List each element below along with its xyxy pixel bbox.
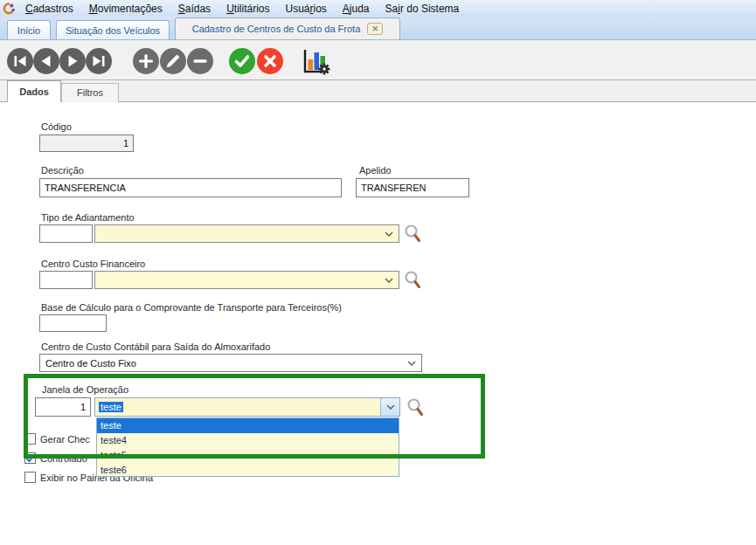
add-record-icon <box>133 48 159 74</box>
menu-item-movimentacoes[interactable]: Movimentações <box>81 0 170 17</box>
descricao-input[interactable] <box>39 178 342 197</box>
magnifier-icon <box>404 279 421 292</box>
menu-item-utilitarios[interactable]: Utilitários <box>218 0 277 17</box>
janela-operacao-lookup-button[interactable] <box>406 397 425 417</box>
chevron-down-icon <box>407 361 416 366</box>
page-tab-strip: Dados Filtros <box>0 80 756 102</box>
dropdown-option[interactable]: teste4 <box>97 433 399 448</box>
menu-item-ajuda[interactable]: Ajuda <box>335 0 378 17</box>
janela-operacao-combo[interactable]: teste <box>94 397 400 417</box>
last-record-button[interactable] <box>86 48 112 74</box>
next-record-icon <box>59 48 86 74</box>
confirm-button[interactable] <box>229 48 255 74</box>
controlado-label: Controlado <box>40 453 87 464</box>
application-window: Cadastros Movimentações Saídas Utilitári… <box>0 0 756 545</box>
exibir-painel-oficina-checkbox[interactable] <box>24 472 36 483</box>
centro-custo-financeiro-lookup-button[interactable] <box>403 270 422 289</box>
edit-record-icon <box>160 48 186 74</box>
codigo-label: Código <box>41 121 72 132</box>
edit-record-button[interactable] <box>160 48 186 74</box>
menu-item-usuarios[interactable]: Usuários <box>277 0 334 17</box>
cancel-x-icon <box>257 48 283 74</box>
magnifier-icon <box>404 232 421 245</box>
controlado-checkbox-row: Controlado <box>24 452 87 464</box>
tab-dados[interactable]: Dados <box>7 80 61 102</box>
dropdown-option[interactable]: teste <box>97 418 399 433</box>
tab-inicio[interactable]: Início <box>7 20 51 39</box>
janela-operacao-label: Janela de Operação <box>42 384 128 395</box>
tab-cadastro-centros-custo-frota[interactable]: Cadastro de Centros de Custo da Frota ✕ <box>175 17 400 39</box>
main-tab-strip: Início Situação dos Veículos Cadastro de… <box>0 17 756 40</box>
previous-record-button[interactable] <box>33 48 59 74</box>
menu-item-saidas[interactable]: Saídas <box>170 0 218 17</box>
tab-situacao-dos-veiculos[interactable]: Situação dos Veículos <box>56 20 170 39</box>
chevron-down-icon <box>379 231 399 237</box>
chevron-down-icon <box>379 278 399 283</box>
app-logo-icon <box>0 2 17 16</box>
delete-record-icon <box>187 48 213 74</box>
last-record-icon <box>86 48 112 74</box>
record-toolbar <box>0 40 756 80</box>
chevron-down-icon[interactable] <box>380 398 399 416</box>
tab-filtros[interactable]: Filtros <box>61 83 119 102</box>
next-record-button[interactable] <box>59 48 86 74</box>
add-record-button[interactable] <box>133 48 159 74</box>
tipo-adiantamento-lookup-button[interactable] <box>403 224 422 243</box>
apelido-label: Apelido <box>359 165 392 176</box>
controlado-checkbox[interactable] <box>24 452 36 464</box>
first-record-icon <box>7 48 33 74</box>
centro-custo-financeiro-label: Centro Custo Financeiro <box>41 259 145 269</box>
centro-custo-contabil-select[interactable]: Centro de Custo Fixo <box>39 354 422 372</box>
tipo-adiantamento-code-input[interactable] <box>39 224 93 243</box>
centro-custo-contabil-label: Centro de Custo Contábil para Saída do A… <box>41 341 270 352</box>
magnifier-icon <box>406 406 424 419</box>
confirm-check-icon <box>229 48 255 74</box>
menu-item-cadastros[interactable]: Cadastros <box>17 0 81 17</box>
combo-selected-text: teste <box>99 402 123 412</box>
janela-operacao-dropdown-list: teste teste4 teste5 teste6 <box>96 417 399 477</box>
delete-record-button[interactable] <box>187 48 213 74</box>
previous-record-icon <box>33 48 59 74</box>
janela-operacao-code-input[interactable] <box>35 397 91 417</box>
base-calculo-label: Base de Cálculo para o Comprovante de Tr… <box>41 302 342 313</box>
dropdown-option[interactable]: teste6 <box>97 463 399 478</box>
menu-bar: Cadastros Movimentações Saídas Utilitári… <box>0 0 756 17</box>
chart-settings-button[interactable] <box>299 47 332 77</box>
gerar-chec-checkbox-row: Gerar Chec <box>24 433 90 445</box>
centro-custo-financeiro-code-input[interactable] <box>39 271 93 289</box>
menu-item-sair-do-sistema[interactable]: Sair do Sistema <box>378 0 468 17</box>
tipo-adiantamento-label: Tipo de Adiantamento <box>41 212 135 223</box>
gerar-chec-label: Gerar Chec <box>40 434 90 445</box>
chart-settings-icon <box>299 66 332 79</box>
descricao-label: Descrição <box>41 165 84 176</box>
first-record-button[interactable] <box>7 48 33 74</box>
dropdown-option[interactable]: teste5 <box>97 448 399 463</box>
apelido-input[interactable] <box>356 178 469 197</box>
tipo-adiantamento-combo[interactable] <box>94 224 399 243</box>
base-calculo-input[interactable] <box>39 314 107 332</box>
codigo-input[interactable] <box>39 135 134 152</box>
centro-custo-financeiro-combo[interactable] <box>94 271 399 289</box>
gerar-chec-checkbox[interactable] <box>24 433 36 445</box>
close-icon[interactable]: ✕ <box>367 23 383 35</box>
cancel-button[interactable] <box>257 48 283 74</box>
